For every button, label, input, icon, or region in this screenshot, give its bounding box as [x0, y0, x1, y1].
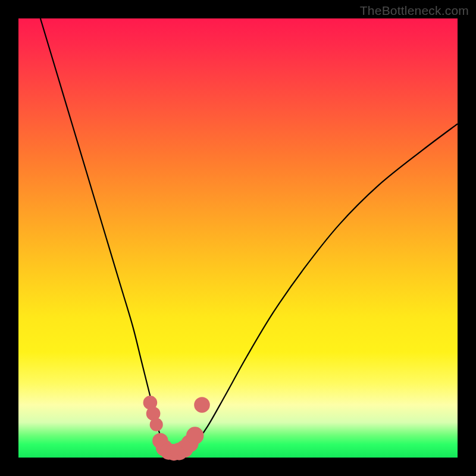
- plot-area: [18, 18, 458, 458]
- chart-frame: TheBottleneck.com: [0, 0, 476, 476]
- curve-layer: [40, 18, 458, 453]
- marker-layer: [143, 396, 210, 461]
- dot-c: [150, 418, 163, 431]
- dot-l: [194, 397, 210, 413]
- dot-k: [186, 427, 204, 444]
- chart-svg: [18, 18, 458, 458]
- watermark-text: TheBottleneck.com: [360, 4, 469, 18]
- bottleneck-curve: [40, 18, 458, 453]
